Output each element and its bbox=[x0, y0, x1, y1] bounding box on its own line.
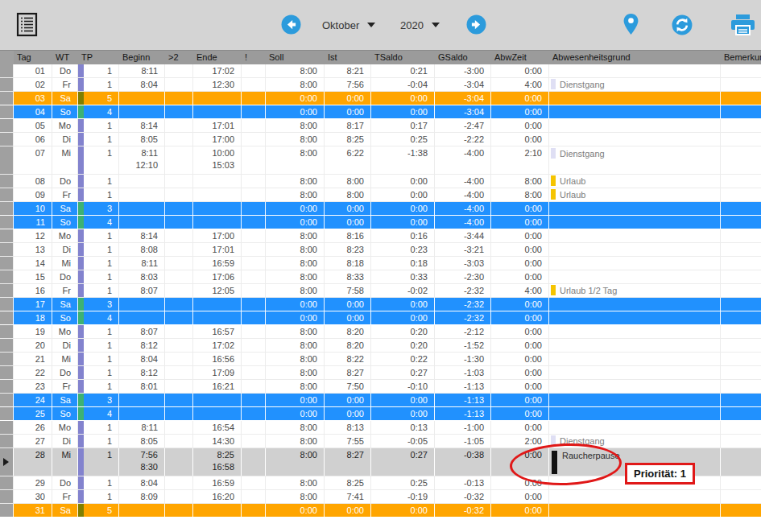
cell-beginn bbox=[119, 92, 165, 105]
cell-beginn bbox=[119, 298, 165, 311]
cell-abwesenheitsgrund: Urlaub 1/2 Tag bbox=[549, 284, 721, 297]
table-row[interactable]: 18 So 4 0:00 0:00 0:00 -2:32 0:00 bbox=[0, 311, 761, 325]
print-button[interactable] bbox=[730, 14, 756, 39]
cell-gt2 bbox=[165, 394, 193, 406]
cell-tsaldo: 0:21 bbox=[371, 64, 435, 77]
column-header-tsaldo: TSaldo bbox=[371, 51, 435, 64]
year-dropdown-value: 2020 bbox=[400, 19, 424, 31]
cell-gt2 bbox=[165, 216, 193, 229]
cell-soll: 8:00 bbox=[266, 353, 325, 365]
cell-tag: 18 bbox=[14, 311, 52, 324]
table-row[interactable]: 21 Mi 1 8:04 16:56 8:00 8:22 0:22 -1:30 … bbox=[0, 353, 761, 366]
table-row[interactable]: 05 Mo 1 8:14 17:01 8:00 8:17 0:17 -2:47 … bbox=[0, 119, 761, 133]
cell-warning bbox=[242, 229, 266, 242]
cell-tsaldo: 0:17 bbox=[371, 119, 435, 132]
cell-gsaldo: -2:32 bbox=[435, 298, 491, 311]
table-row[interactable]: 01 Do 1 8:11 17:02 8:00 8:21 0:21 -3:00 … bbox=[0, 64, 761, 78]
table-row[interactable]: 27 Di 1 8:05 14:30 8:00 7:55 -0:05 -1:05… bbox=[0, 435, 761, 448]
day-list-button[interactable] bbox=[16, 12, 38, 39]
cell-tagesplan: 1 bbox=[78, 243, 119, 256]
cell-soll: 8:00 bbox=[266, 325, 325, 338]
cell-tsaldo: 0:16 bbox=[371, 229, 435, 242]
cell-tagesplan: 1 bbox=[78, 380, 119, 393]
arrow-left-circle-icon bbox=[281, 25, 301, 37]
cell-warning bbox=[242, 366, 266, 379]
dayplan-color-marker bbox=[78, 257, 84, 270]
cell-ist: 8:22 bbox=[325, 353, 371, 365]
table-row[interactable]: 12 Mo 1 8:14 17:00 8:00 8:16 0:16 -3:44 … bbox=[0, 229, 761, 243]
month-dropdown[interactable]: Oktober bbox=[322, 15, 375, 35]
table-row[interactable]: 07 Mi 1 8:11 12:10 10:00 15:03 8:00 6:22… bbox=[0, 146, 761, 175]
table-row[interactable]: 13 Di 1 8:08 17:01 8:00 8:23 0:23 -3:21 … bbox=[0, 243, 761, 257]
table-row[interactable]: 09 Fr 1 8:00 8:00 0:00 -4:00 8:00 Urlaub bbox=[0, 188, 761, 202]
cell-warning bbox=[242, 448, 266, 476]
cell-weekday: Fr bbox=[52, 380, 78, 393]
cell-abwesenheitsgrund bbox=[549, 216, 721, 229]
table-row[interactable]: 26 Mo 1 8:11 16:54 8:00 8:13 0:13 -1:00 … bbox=[0, 421, 761, 435]
cell-warning bbox=[242, 380, 266, 393]
cell-tag: 27 bbox=[14, 435, 52, 447]
table-row[interactable]: 15 Do 1 8:03 17:06 8:00 8:33 0:33 -2:30 … bbox=[0, 270, 761, 284]
cell-gsaldo: -2:22 bbox=[435, 133, 491, 146]
cell-tagesplan: 5 bbox=[78, 92, 119, 105]
cell-beginn: 8:04 bbox=[119, 476, 165, 489]
cell-ist: 0:00 bbox=[325, 216, 371, 229]
table-row[interactable]: 31 Sa 5 0:00 0:00 0:00 -0:32 0:00 bbox=[0, 504, 761, 518]
cell-abwesenheitsgrund bbox=[549, 504, 721, 517]
cell-ende: 17:02 bbox=[193, 339, 242, 352]
table-row[interactable]: 19 Mo 1 8:07 16:57 8:00 8:20 0:20 -2:12 … bbox=[0, 325, 761, 339]
table-row[interactable]: 16 Fr 1 8:07 12:05 8:00 7:58 -0:02 -2:32… bbox=[0, 284, 761, 298]
table-row[interactable]: 23 Fr 1 8:01 16:21 8:00 7:50 -0:10 -1:13… bbox=[0, 380, 761, 394]
table-row[interactable]: 14 Mi 1 8:11 16:59 8:00 8:18 0:18 -3:03 … bbox=[0, 257, 761, 270]
column-header-gsaldo: GSaldo bbox=[435, 51, 491, 64]
table-row[interactable]: 03 Sa 5 0:00 0:00 0:00 -3:04 0:00 bbox=[0, 92, 761, 105]
column-header-bemerkung: Bemerkung bbox=[721, 51, 761, 64]
cell-warning bbox=[242, 394, 266, 406]
cell-warning bbox=[242, 490, 266, 503]
absence-color-marker bbox=[551, 148, 556, 159]
row-selector-gutter bbox=[0, 435, 14, 447]
cell-gsaldo: -1:30 bbox=[435, 353, 491, 365]
cell-beginn bbox=[119, 394, 165, 406]
cell-warning bbox=[242, 175, 266, 188]
cell-ende bbox=[193, 188, 242, 201]
cell-tagesplan: 4 bbox=[78, 216, 119, 229]
dayplan-color-marker bbox=[78, 394, 84, 406]
location-button[interactable] bbox=[621, 13, 641, 39]
table-row[interactable]: 06 Di 1 8:05 17:00 8:00 8:25 0:25 -2:22 … bbox=[0, 133, 761, 146]
cell-tagesplan: 1 bbox=[78, 257, 119, 270]
table-row[interactable]: 04 So 4 0:00 0:00 0:00 -3:04 0:00 bbox=[0, 105, 761, 119]
table-row[interactable]: 10 Sa 3 0:00 0:00 0:00 -4:00 0:00 bbox=[0, 202, 761, 216]
year-dropdown[interactable]: 2020 bbox=[400, 15, 440, 35]
timesheet-table: Tag WT TP Beginn >2 Ende ! Soll Ist TSal… bbox=[0, 50, 761, 518]
dayplan-color-marker bbox=[78, 133, 84, 146]
sync-button[interactable] bbox=[672, 14, 693, 38]
column-header-tp: TP bbox=[78, 51, 119, 64]
row-selector-gutter bbox=[0, 504, 14, 517]
table-row[interactable]: 11 So 4 0:00 0:00 0:00 -4:00 0:00 bbox=[0, 216, 761, 229]
cell-tsaldo: 0:20 bbox=[371, 325, 435, 338]
cell-tagesplan: 3 bbox=[78, 202, 119, 215]
table-row[interactable]: 17 Sa 3 0:00 0:00 0:00 -2:32 0:00 bbox=[0, 298, 761, 311]
table-row[interactable]: 30 Fr 1 8:09 16:20 8:00 7:41 -0:19 -0:32… bbox=[0, 490, 761, 504]
cell-weekday: Do bbox=[52, 64, 78, 77]
table-row[interactable]: 22 Do 1 8:12 17:09 8:00 8:27 0:27 -1:03 … bbox=[0, 366, 761, 380]
dayplan-color-marker bbox=[78, 339, 84, 352]
cell-weekday: Mo bbox=[52, 229, 78, 242]
table-row[interactable]: 08 Do 1 8:00 8:00 0:00 -4:00 8:00 Urlaub bbox=[0, 175, 761, 188]
next-month-button[interactable] bbox=[466, 14, 486, 37]
row-selector-gutter bbox=[0, 394, 14, 406]
cell-soll: 8:00 bbox=[266, 146, 325, 174]
table-row[interactable]: 25 So 4 0:00 0:00 0:00 -1:13 0:00 bbox=[0, 407, 761, 421]
dayplan-color-marker bbox=[78, 270, 84, 283]
cell-gsaldo: -2:32 bbox=[435, 284, 491, 297]
cell-abwzeit: 0:00 bbox=[491, 448, 549, 476]
previous-month-button[interactable] bbox=[281, 14, 301, 37]
table-row[interactable]: 24 Sa 3 0:00 0:00 0:00 -1:13 0:00 bbox=[0, 394, 761, 407]
time-tracking-app-window: Oktober 2020 bbox=[0, 0, 761, 532]
cell-tag: 11 bbox=[14, 216, 52, 229]
cell-abwzeit: 0:00 bbox=[491, 243, 549, 256]
table-row[interactable]: 02 Fr 1 8:04 12:30 8:00 7:56 -0:04 -3:04… bbox=[0, 78, 761, 92]
table-row[interactable]: 20 Di 1 8:12 17:02 8:00 8:20 0:20 -1:52 … bbox=[0, 339, 761, 353]
cell-tsaldo: 0:00 bbox=[371, 394, 435, 406]
